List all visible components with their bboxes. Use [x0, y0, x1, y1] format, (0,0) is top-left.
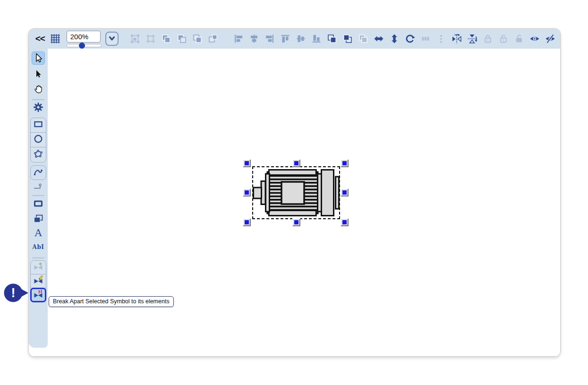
label-tool[interactable]: AbI [33, 244, 44, 250]
editor-body: A AbI [29, 49, 560, 356]
chevron-down-icon [108, 34, 116, 44]
stretch-vertical-icon[interactable] [389, 34, 400, 44]
shape-tool-group [30, 118, 46, 163]
frame-tool[interactable] [33, 198, 44, 211]
align-bottom-icon[interactable] [311, 34, 322, 44]
layers-tool[interactable] [33, 213, 44, 226]
valve-pencil-icon [33, 275, 43, 287]
symbol-break-tool[interactable] [31, 288, 46, 302]
zoom-control [67, 29, 100, 49]
symbol-editor-window: << [28, 28, 561, 357]
hand-icon [33, 83, 44, 96]
merge-subtract-back-icon[interactable] [192, 34, 203, 44]
unlock-icon[interactable] [498, 34, 509, 44]
grid-toggle-icon[interactable] [50, 33, 61, 44]
lock-icon[interactable] [483, 34, 493, 44]
merge-subtract-front-icon[interactable] [177, 34, 187, 44]
bring-to-front-icon[interactable] [327, 34, 337, 44]
order-extra-icon[interactable] [358, 34, 368, 44]
rotate-icon[interactable] [405, 34, 415, 44]
symbol-edit-tool[interactable] [31, 274, 46, 288]
stretch-horizontal-icon[interactable] [374, 34, 384, 44]
hide-icon[interactable] [545, 34, 555, 44]
zoom-input[interactable] [67, 31, 101, 43]
symbol-add-tool[interactable] [31, 261, 46, 274]
zoom-dropdown-button[interactable] [105, 32, 119, 46]
bezier-tool[interactable] [30, 165, 46, 180]
flip-horizontal-icon[interactable] [452, 34, 462, 44]
palette-divider [32, 195, 44, 196]
resize-handle-top-right[interactable] [341, 159, 349, 167]
connector-tool[interactable] [33, 181, 44, 195]
zoom-slider[interactable] [67, 44, 102, 47]
resize-handle-top-center[interactable] [292, 159, 300, 167]
circle-icon [33, 134, 43, 146]
symbol-tool-group [30, 260, 46, 302]
alert-pointer-badge: ! [4, 283, 28, 306]
valve-broken-link-icon [33, 289, 43, 301]
palette-divider [32, 99, 44, 100]
text-tool-glyph: A [34, 228, 42, 238]
send-to-back-icon[interactable] [342, 34, 353, 44]
black-arrow-icon [33, 68, 44, 81]
resize-handle-bottom-right[interactable] [341, 218, 349, 226]
marquee-select-icon[interactable] [130, 34, 140, 44]
resize-handle-middle-left[interactable] [243, 188, 251, 197]
selection-bounding-box [252, 166, 340, 219]
toolbar-icon-row [130, 34, 555, 44]
tooltip: Break Apart Selected Symbol to its eleme… [49, 296, 174, 307]
valve-plus-icon [33, 261, 43, 274]
resize-handle-bottom-center[interactable] [292, 218, 300, 226]
show-icon[interactable] [529, 34, 540, 44]
palette-divider [32, 257, 44, 258]
connector-line-icon [33, 181, 44, 195]
polygon-tool[interactable] [31, 147, 46, 162]
frame-icon [33, 198, 44, 211]
cursor-arrow-icon [33, 52, 44, 65]
bezier-curve-icon [33, 167, 43, 179]
zoom-slider-thumb[interactable] [79, 43, 85, 49]
flip-vertical-icon[interactable] [467, 34, 477, 44]
resize-handle-middle-right[interactable] [341, 188, 349, 197]
gear-icon [33, 102, 44, 115]
drawing-canvas[interactable] [48, 49, 560, 356]
collapse-panel-button[interactable]: << [34, 34, 47, 44]
label-tool-glyph: AbI [33, 244, 44, 250]
pointer-tool[interactable] [32, 68, 45, 81]
merge-exclude-icon[interactable] [208, 34, 218, 44]
settings-tool[interactable] [32, 102, 45, 115]
layers-icon [33, 213, 44, 226]
align-right-icon[interactable] [264, 34, 275, 44]
ellipse-tool[interactable] [31, 133, 46, 147]
select-tool[interactable] [32, 51, 45, 65]
align-middle-icon[interactable] [296, 34, 306, 44]
electric-motor-symbol[interactable] [253, 169, 340, 216]
lock-all-icon[interactable] [514, 34, 524, 44]
rectangle-icon [33, 119, 43, 131]
distribute-icon[interactable] [420, 34, 431, 44]
align-center-icon[interactable] [249, 34, 259, 44]
pan-tool[interactable] [32, 83, 45, 96]
marquee-transform-icon[interactable] [145, 34, 156, 44]
text-tool[interactable]: A [34, 228, 42, 238]
exclamation-icon: ! [11, 286, 16, 300]
toolbar-separator [436, 34, 446, 44]
merge-union-icon[interactable] [161, 34, 171, 44]
rectangle-tool[interactable] [31, 118, 46, 133]
top-toolbar: << [29, 29, 560, 49]
tool-palette: A AbI [29, 49, 48, 348]
align-top-icon[interactable] [280, 34, 290, 44]
align-left-icon[interactable] [233, 34, 244, 44]
resize-handle-top-left[interactable] [243, 159, 251, 167]
polygon-icon [33, 149, 43, 161]
resize-handle-bottom-left[interactable] [243, 218, 251, 226]
